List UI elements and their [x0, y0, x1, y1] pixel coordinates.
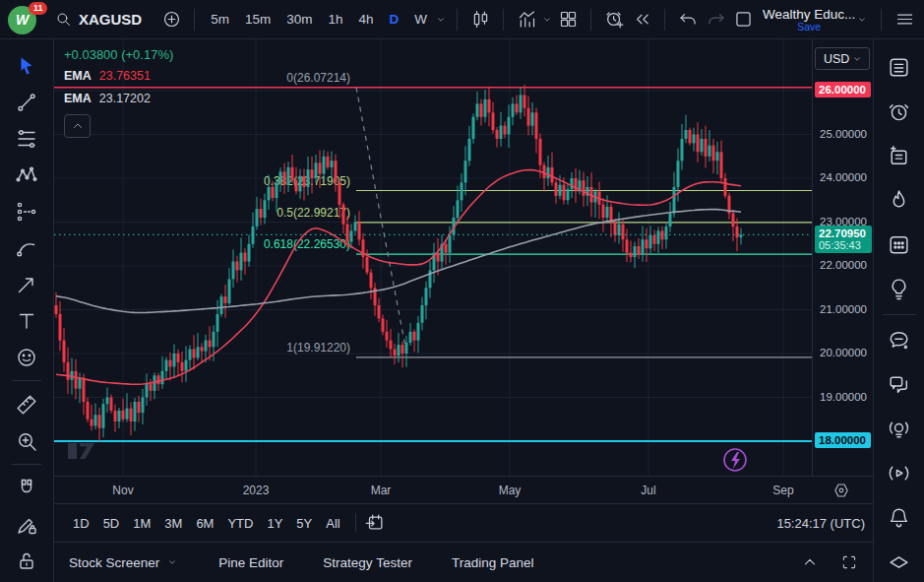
notifications-button[interactable]	[880, 495, 919, 540]
range-1d[interactable]: 1D	[66, 511, 96, 536]
magnet-tool-button[interactable]	[8, 470, 45, 506]
ema-fast-row[interactable]: EMA23.76351	[64, 69, 173, 83]
toolbar-divider	[12, 380, 41, 381]
ideas-icon	[887, 277, 911, 301]
indicators-caret-icon[interactable]	[540, 13, 554, 27]
text-tool-button[interactable]	[8, 302, 45, 339]
save-layout-button[interactable]	[729, 6, 757, 33]
tab-strategy-tester[interactable]: Strategy Tester	[323, 555, 412, 570]
interval-D[interactable]: D	[383, 8, 406, 31]
brush-tool-button[interactable]	[8, 229, 45, 266]
price-tick-19: 19.00000	[820, 391, 867, 403]
goto-date-icon[interactable]	[364, 512, 386, 534]
indicators-icon	[517, 9, 537, 30]
emoji-tool-button[interactable]	[8, 339, 45, 375]
fib-retracement-tool-button[interactable]	[8, 120, 45, 157]
clock-utc[interactable]: 15:24:17 (UTC)	[776, 516, 865, 531]
cursor-tool-button[interactable]	[8, 47, 45, 84]
interval-caret-icon[interactable]	[434, 13, 448, 27]
prediction-tool-button[interactable]	[8, 193, 45, 229]
hamburger-icon	[894, 9, 915, 30]
lock-all-tool-button[interactable]	[8, 543, 45, 579]
prediction-icon	[15, 200, 38, 224]
candles-icon	[470, 9, 491, 30]
range-1m[interactable]: 1M	[126, 511, 157, 536]
interval-4h[interactable]: 4h	[352, 8, 381, 31]
range-5d[interactable]: 5D	[96, 511, 127, 536]
watchlist-button[interactable]	[880, 45, 919, 90]
interval-30m[interactable]: 30m	[279, 8, 319, 31]
range-3m[interactable]: 3M	[157, 511, 189, 536]
chevron-up-icon	[801, 553, 819, 571]
chat-button[interactable]	[880, 318, 919, 362]
layout-name-menu[interactable]: Wealthy Educ... Save	[763, 7, 855, 32]
interval-1h[interactable]: 1h	[321, 8, 349, 31]
symbol-search[interactable]: XAGUSD	[55, 11, 142, 28]
create-alert-button[interactable]	[600, 6, 628, 33]
range-1y[interactable]: 1Y	[260, 511, 289, 536]
interval-W[interactable]: W	[407, 8, 434, 31]
widget-button[interactable]	[880, 540, 919, 582]
toolbar-divider	[12, 464, 41, 465]
hotlists-button[interactable]	[880, 178, 919, 223]
time-tick-Sep: Sep	[772, 484, 793, 497]
main-menu-button[interactable]	[891, 6, 918, 33]
panel-maximize-button[interactable]	[835, 549, 863, 576]
layout-grid-button[interactable]	[554, 6, 582, 33]
top-toolbar: W 11 XAGUSD 5m15m30m1h4hDW Wealthy Educ.…	[0, 0, 924, 39]
currency-dropdown[interactable]: USD	[815, 47, 870, 70]
indicators-button[interactable]	[513, 6, 540, 33]
bar-replay-button[interactable]	[628, 6, 655, 33]
event-flash-icon[interactable]	[724, 449, 746, 471]
range-ytd[interactable]: YTD	[220, 511, 260, 536]
panel-expand-button[interactable]	[796, 549, 824, 576]
interval-5m[interactable]: 5m	[204, 8, 236, 31]
tab-pine-editor[interactable]: Pine Editor	[218, 555, 283, 570]
toolbar-separator	[664, 9, 665, 31]
search-icon	[55, 11, 72, 28]
compare-add-button[interactable]	[157, 6, 185, 33]
arrow-tool-button[interactable]	[8, 266, 45, 302]
drawing-mode-tool-button[interactable]	[8, 506, 45, 543]
ema-fast-value: 23.76351	[99, 69, 151, 83]
chart-style-button[interactable]	[466, 6, 494, 33]
interval-15m[interactable]: 15m	[238, 8, 277, 31]
range-5y[interactable]: 5Y	[289, 511, 319, 536]
tab-trading-panel[interactable]: Trading Panel	[452, 555, 534, 570]
range-toolbar: 1D5D1M3M6MYTD1Y5YAll 15:24:17 (UTC)	[54, 503, 873, 542]
chat-icon	[887, 328, 911, 353]
xabcd-pattern-tool-button[interactable]	[8, 157, 45, 193]
price-axis[interactable]: USD 26.0000025.0000024.0000023.0000022.0…	[812, 39, 873, 476]
save-label[interactable]: Save	[797, 21, 821, 32]
account-logo[interactable]: W 11	[8, 4, 41, 35]
journal-icon	[887, 144, 911, 168]
layout-name: Wealthy Educ...	[763, 7, 855, 22]
journal-button[interactable]	[880, 134, 919, 178]
zoom-in-tool-button[interactable]	[8, 422, 45, 459]
time-axis[interactable]: Nov2023MarMayJulSep	[54, 476, 873, 503]
time-tick-2023: 2023	[243, 484, 270, 497]
toolbar-separator	[881, 9, 882, 31]
price-tick-25: 25.00000	[820, 128, 867, 140]
currency-value: USD	[824, 52, 849, 66]
conversations-button[interactable]	[880, 362, 919, 407]
live-button[interactable]	[880, 451, 919, 495]
alerts-button[interactable]	[880, 90, 919, 134]
layout-caret-icon[interactable]	[855, 13, 869, 27]
fib-label-0: 0(26.07214)	[286, 71, 350, 85]
range-all[interactable]: All	[319, 511, 346, 536]
tab-stock-screener[interactable]: Stock Screener	[69, 555, 179, 570]
streams-button[interactable]	[880, 407, 919, 451]
ruler-tool-button[interactable]	[8, 386, 45, 422]
range-6m[interactable]: 6M	[189, 511, 220, 536]
settings-gear-icon[interactable]	[832, 481, 851, 500]
time-tick-Mar: Mar	[371, 484, 392, 497]
undo-button[interactable]	[674, 6, 702, 33]
redo-button[interactable]	[702, 6, 729, 33]
calendar-button[interactable]	[880, 223, 919, 267]
ideas-button[interactable]	[880, 267, 919, 311]
trend-line-tool-button[interactable]	[8, 84, 45, 120]
ema-slow-row[interactable]: EMA23.17202	[64, 92, 173, 105]
toolbar-separator	[355, 513, 356, 533]
legend-collapse-button[interactable]	[64, 114, 91, 138]
